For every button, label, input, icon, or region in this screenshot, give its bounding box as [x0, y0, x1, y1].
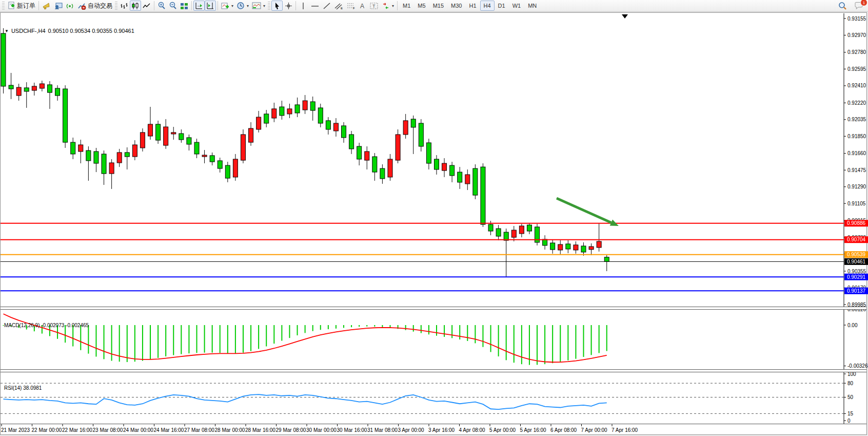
auto-scroll-icon — [195, 2, 203, 10]
zoom-out-icon — [169, 2, 177, 10]
vertical-line-icon — [300, 2, 306, 10]
pane-resize-handle-macd[interactable] — [1, 307, 866, 310]
symbol-label: USDCHF-,H4 — [11, 28, 46, 34]
timeframe-button-m5[interactable]: M5 — [414, 1, 429, 11]
timeframe-label: H1 — [467, 3, 478, 9]
periods-button[interactable]: ▾ — [235, 1, 250, 11]
trendline-button[interactable] — [321, 1, 332, 11]
dropdown-caret: ▾ — [263, 4, 265, 8]
svg-text:F: F — [353, 7, 355, 10]
trading-terminal: { "toolbar": { "new_order_label": "新订单",… — [0, 0, 868, 436]
zoom-in-icon — [157, 2, 166, 10]
timeframe-button-w1[interactable]: W1 — [509, 1, 525, 11]
zoom-in-button[interactable] — [156, 1, 167, 11]
timeframe-label: D1 — [496, 3, 507, 9]
chart-title: ▼ USDCHF-,H4 0.90510 0.90534 0.90355 0.9… — [5, 28, 134, 34]
auto-trading-label: 自动交易 — [88, 2, 112, 10]
search-icon — [838, 2, 847, 10]
template-icon — [252, 2, 261, 9]
svg-text:E: E — [341, 7, 343, 10]
templates-button[interactable]: ▾ — [250, 1, 267, 11]
clock-icon — [236, 2, 245, 10]
timeframe-button-mn[interactable]: MN — [524, 1, 540, 11]
line-chart-icon — [143, 2, 151, 10]
text-label-button[interactable]: T — [368, 1, 380, 11]
horizontal-line-icon — [310, 2, 320, 10]
separator — [38, 1, 39, 10]
timeframe-button-m1[interactable]: M1 — [399, 1, 414, 11]
indicators-icon — [221, 2, 229, 10]
separator — [154, 1, 154, 10]
cursor-button[interactable] — [271, 1, 283, 11]
timeframe-label: M30 — [449, 3, 464, 9]
crosshair-button[interactable] — [283, 1, 294, 11]
rsi-indicator-label: RSI(14) 38.0981 — [4, 385, 42, 391]
timeframe-button-h4[interactable]: H4 — [480, 1, 495, 11]
new-order-label: 新订单 — [17, 2, 35, 10]
dropdown-caret: ▾ — [392, 4, 394, 8]
toolbar-grip — [268, 2, 270, 10]
candlestick-chart-button[interactable] — [130, 1, 141, 11]
toolbar-grip — [115, 2, 117, 10]
chat-badge: 1 — [860, 0, 867, 6]
signal-icon — [66, 2, 74, 10]
auto-trading-button[interactable]: 自动交易 — [76, 1, 114, 11]
signals-button[interactable] — [64, 1, 76, 11]
trendline-icon — [323, 2, 331, 10]
timeframe-button-m30[interactable]: M30 — [447, 1, 465, 11]
arrow-objects-icon — [382, 2, 390, 10]
zoom-out-button[interactable] — [167, 1, 179, 11]
text-label-icon: T — [370, 2, 379, 10]
timeframe-button-m15[interactable]: M15 — [429, 1, 447, 11]
search-button[interactable] — [837, 1, 849, 11]
crosshair-icon — [285, 2, 292, 10]
chart-shift-icon — [206, 2, 214, 10]
bar-chart-icon — [120, 2, 128, 10]
time-axis-border — [1, 424, 866, 424]
timeframe-label: M5 — [416, 3, 427, 9]
vertical-line-button[interactable] — [298, 1, 309, 11]
pane-resize-handle-rsi[interactable] — [1, 369, 866, 372]
svg-text:T: T — [372, 4, 376, 9]
timeframe-button-h1[interactable]: H1 — [465, 1, 480, 11]
alerts-button[interactable] — [41, 1, 52, 11]
bar-chart-button[interactable] — [119, 1, 130, 11]
auto-trading-icon — [77, 2, 86, 10]
auto-scroll-button[interactable] — [193, 1, 205, 11]
new-order-icon — [7, 2, 15, 10]
macd-indicator-label: MACD(12,26,9) -0.002073 -0.002465 — [4, 323, 89, 328]
symbol-dropdown-icon[interactable]: ▼ — [5, 29, 9, 33]
timeframe-label: W1 — [510, 3, 523, 9]
timeframe-group: M1M5M15M30H1H4D1W1MN — [399, 1, 540, 11]
timeframe-button-d1[interactable]: D1 — [495, 1, 509, 11]
timeframe-label: M15 — [431, 3, 446, 9]
line-chart-button[interactable] — [141, 1, 152, 11]
separator — [191, 1, 192, 10]
candlestick-icon — [131, 2, 140, 10]
separator — [397, 1, 398, 10]
tile-windows-button[interactable] — [179, 1, 190, 11]
text-button[interactable]: A — [357, 1, 368, 11]
market-watch-button[interactable] — [52, 1, 64, 11]
dropdown-caret: ▾ — [247, 4, 249, 8]
ohlc-values: 0.90510 0.90534 0.90355 0.90461 — [48, 28, 134, 34]
chart-shift-button[interactable] — [205, 1, 216, 11]
equidistant-channel-button[interactable]: E — [332, 1, 345, 11]
arrows-button[interactable]: ▾ — [380, 1, 396, 11]
text-icon: A — [359, 2, 366, 10]
toolbar-grip — [2, 2, 5, 10]
megaphone-icon — [42, 2, 51, 10]
fibonacci-button[interactable]: F — [345, 1, 357, 11]
chat-button[interactable]: 1 — [853, 1, 865, 11]
separator — [295, 1, 296, 10]
indicators-button[interactable]: ▾ — [220, 1, 235, 11]
toolbar-right-group: 1 — [837, 1, 865, 11]
dropdown-caret: ▾ — [231, 4, 233, 8]
terminal-user-icon — [54, 2, 63, 10]
cursor-icon — [273, 2, 281, 10]
main-toolbar: 新订单 自动交易 ▾ ▾ — [0, 0, 868, 12]
separator — [218, 1, 218, 10]
timeframe-label: MN — [526, 3, 539, 9]
horizontal-line-button[interactable] — [309, 1, 321, 11]
new-order-button[interactable]: 新订单 — [6, 1, 37, 11]
